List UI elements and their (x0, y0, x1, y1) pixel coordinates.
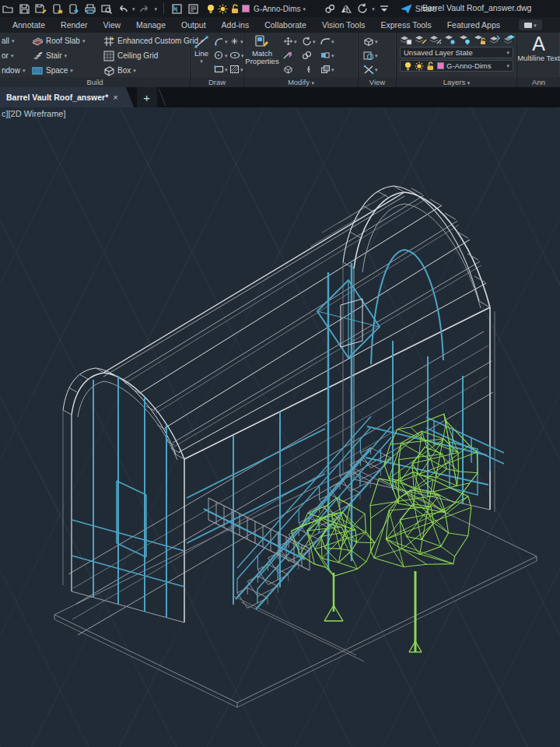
circle-button[interactable]: ▾ (212, 48, 228, 62)
layer-isolate-icon[interactable] (429, 34, 442, 45)
layer-freeze-icon[interactable] (444, 34, 457, 45)
match-properties-icon (254, 35, 270, 49)
point-button[interactable]: ▾ (228, 34, 243, 48)
ceiling-grid-button[interactable]: Ceiling Grid (103, 48, 189, 63)
window-button[interactable]: ndow▾ (2, 63, 32, 78)
model-wireframe (0, 107, 560, 747)
project-navigator-icon[interactable] (170, 2, 184, 15)
qat-layer-dropdown[interactable]: G-Anno-Dims ▾ (203, 3, 309, 15)
view-manager-button[interactable]: ▾ (362, 62, 393, 76)
viewport-controls[interactable]: c][2D Wireframe] (2, 109, 66, 118)
panel-label-view[interactable]: View (359, 77, 396, 87)
link-icon[interactable] (323, 2, 336, 15)
panel-label-modify[interactable]: Modify ▾ (244, 77, 358, 87)
3d-box-icon (283, 65, 293, 74)
file-tab-close-icon[interactable]: × (113, 93, 117, 102)
roof-slab-button[interactable]: Roof Slab▾ (32, 33, 103, 48)
undo-dropdown-icon[interactable]: ▾ (132, 6, 135, 12)
ellipse-icon (229, 51, 240, 60)
drawing-canvas[interactable]: c][2D Wireframe] (0, 107, 560, 747)
arc-button[interactable]: ▾ (212, 34, 228, 48)
layer-match-icon[interactable] (415, 34, 427, 45)
door-button[interactable]: or▾ (2, 48, 32, 63)
fillet-button[interactable]: ▾ (319, 34, 339, 48)
view-cube-icon (363, 37, 374, 47)
layer-previous-icon[interactable] (488, 34, 501, 45)
qat-layer-value: G-Anno-Dims (254, 5, 301, 13)
layer-dropdown[interactable]: G-Anno-Dims▾ (400, 60, 513, 72)
ribbon-tab[interactable]: Add-ins (214, 18, 257, 32)
view-manager-icon (363, 65, 374, 75)
redo-button[interactable] (138, 2, 152, 15)
named-views-button[interactable]: ▾ (362, 48, 393, 62)
group-icon (302, 51, 312, 60)
panel-label-draw[interactable]: Draw (191, 77, 243, 87)
enhanced-custom-grid-button[interactable]: Enhanced Custom Grid▾ (103, 33, 189, 48)
panel-label-layers[interactable]: Layers ▾ (397, 77, 516, 87)
undo-button[interactable] (116, 2, 129, 15)
3d-box-button[interactable] (282, 62, 300, 76)
rotate-icon[interactable] (355, 2, 369, 15)
file-tab-active[interactable]: Barrel Vault Roof_answer* × (0, 87, 123, 107)
plot-icon[interactable] (83, 2, 96, 15)
ribbon-tab[interactable]: Annotate (5, 18, 53, 32)
stair-button[interactable]: Stair▾ (32, 48, 103, 63)
layer-off-icon[interactable] (459, 34, 471, 45)
stair (236, 416, 391, 609)
ribbon-tab[interactable]: Output (173, 18, 214, 32)
offset-icon (302, 65, 312, 74)
layer-properties-icon[interactable] (400, 34, 412, 45)
open-from-web-icon[interactable] (51, 2, 64, 15)
save-as-icon[interactable] (34, 2, 47, 15)
stretch-button[interactable]: ▾ (319, 48, 339, 62)
space-button[interactable]: Space▾ (32, 63, 103, 78)
view-cube-button[interactable]: ▾ (362, 34, 393, 48)
qat-separator (163, 3, 164, 14)
ribbon-tab[interactable]: Render (53, 18, 95, 32)
save-to-web-icon[interactable] (67, 2, 80, 15)
layer-state-dropdown[interactable]: Unsaved Layer State▾ (400, 47, 513, 58)
ribbon-tab[interactable]: Collaborate (257, 18, 314, 32)
erase-button[interactable] (282, 48, 300, 62)
offset-button[interactable] (300, 62, 319, 76)
qat-customize-icon[interactable] (378, 2, 391, 15)
ribbon-tab[interactable]: Vision Tools (314, 18, 373, 32)
panel-layers: Unsaved Layer State▾ G-Anno-Dims▾ Layers… (397, 33, 517, 87)
copy-button[interactable]: ▾ (319, 62, 339, 76)
content-browser-icon[interactable] (187, 2, 200, 15)
ribbon-tab[interactable]: Manage (128, 18, 173, 32)
ribbon-tab[interactable]: Express Tools (373, 18, 439, 32)
box-icon (103, 65, 115, 76)
ellipse-button[interactable]: ▾ (228, 48, 243, 62)
layer-lock-icon[interactable] (474, 34, 486, 45)
rectangle-button[interactable]: ▾ (212, 62, 228, 76)
rotate-modify-button[interactable]: ▾ (300, 34, 319, 48)
wall-button[interactable]: all▾ (2, 33, 32, 48)
hatch-button[interactable]: ▾ (228, 62, 243, 76)
ribbon-tab[interactable]: View (96, 18, 129, 32)
panel-label-build[interactable]: Build (0, 77, 190, 87)
layer-on-bulb-icon (404, 61, 412, 71)
box-button[interactable]: Box▾ (103, 63, 189, 78)
match-properties-button[interactable]: Match Properties (244, 33, 280, 76)
save-icon[interactable] (18, 2, 31, 15)
fillet-icon (320, 37, 331, 46)
redo-dropdown-icon[interactable]: ▾ (155, 6, 158, 12)
plot-preview-icon[interactable] (100, 2, 113, 15)
rotate-dropdown-icon[interactable]: ▾ (372, 6, 375, 12)
layer-on-bulb-icon (206, 4, 215, 14)
multiline-text-button[interactable]: A Multiline Text (517, 33, 560, 62)
panel-label-annotation[interactable]: Ann (517, 77, 560, 87)
layer-states-icon[interactable] (503, 34, 516, 45)
roof-slab-icon (32, 36, 44, 47)
move-button[interactable]: ▾ (282, 34, 300, 48)
ribbon-tab[interactable]: Featured Apps (439, 18, 508, 32)
new-drawing-tab-button[interactable]: + (137, 87, 157, 107)
group-button[interactable] (300, 48, 319, 62)
mirror-icon[interactable] (339, 2, 352, 15)
line-button[interactable]: Line ▾ (191, 33, 212, 76)
ribbon-display-options-button[interactable]: ▾ (519, 19, 542, 30)
point-icon (229, 37, 240, 46)
open-icon[interactable] (2, 2, 15, 15)
circle-icon (214, 51, 224, 60)
